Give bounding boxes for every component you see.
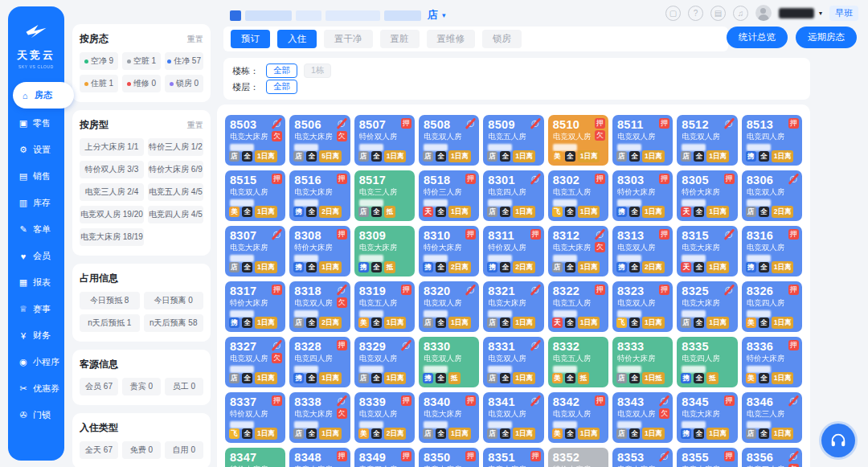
room-card[interactable]: 8342电竞双人房押美全1日离 — [548, 392, 608, 443]
room-card[interactable]: 8340电竞大床房押店全1日离 — [419, 392, 479, 443]
room-card[interactable]: 8339电竞双人房押美全2日离 — [354, 392, 415, 443]
filter-chip[interactable]: 贵宾 0 — [122, 378, 161, 395]
filter-chip[interactable]: n天后预离 58 — [144, 314, 204, 332]
reset-link[interactable]: 重置 — [187, 120, 203, 131]
room-card[interactable]: 8341电竞双人房✆店全1日离 — [483, 392, 543, 443]
room-card[interactable]: 8506电竞大床房✆欠店全5日离 — [289, 115, 350, 166]
room-card[interactable]: 8330电竞双人房携全抵 — [419, 337, 479, 387]
room-card[interactable]: 8345电竞大床房押携全1日离 — [677, 392, 737, 443]
sidebar-item-销售[interactable]: ▤销售 — [8, 163, 64, 190]
room-card[interactable]: 8343电竞双人房✆欠店全1日离 — [612, 392, 673, 443]
room-card[interactable]: 8503电竞大床房✆欠店全1日离 — [225, 115, 285, 166]
room-card[interactable]: 8507特价双人房押店全1日离 — [354, 115, 415, 166]
sidebar-item-会员[interactable]: ♥会员 — [8, 243, 64, 269]
sidebar-item-设置[interactable]: ⚙设置 — [8, 137, 64, 163]
filter-chip[interactable]: 免费 0 — [122, 441, 161, 459]
room-card[interactable]: 8311特价双人房押携全2日离 — [483, 226, 543, 277]
room-card[interactable]: 8317特价大床房押携全1日离 — [225, 281, 285, 332]
room-card[interactable]: 8355电竞大床房押店全1日离 — [677, 448, 737, 467]
room-card[interactable]: 8337特价双人房押飞全1日离 — [225, 392, 285, 443]
toolbar-button-远期房态[interactable]: 远期房态 — [796, 27, 857, 48]
filter-chip[interactable]: 今日预抵 8 — [80, 292, 140, 309]
room-card[interactable]: 8303特价大床房押携全1日离 — [612, 170, 673, 221]
room-card[interactable]: 8305特价大床房押天全1日离 — [677, 170, 737, 221]
filter-chip[interactable]: 上分大床房 1/1 — [80, 138, 144, 156]
room-card[interactable]: 8347特价大床房店全抵 — [225, 448, 285, 467]
room-card[interactable]: 8316电竞双人房押携全1日离 — [742, 226, 802, 277]
room-card[interactable]: 8306电竞双人房✆店全2日离 — [742, 170, 802, 221]
toolbar-button-统计总览[interactable]: 统计总览 — [727, 27, 788, 48]
room-card[interactable]: 8517电竞三人房店全抵 — [354, 170, 415, 221]
filter-chip[interactable]: 员工 0 — [165, 378, 203, 395]
room-card[interactable]: 8351电竞大床房押店全1日离 — [483, 448, 543, 467]
chevron-down-icon[interactable]: ▾ — [819, 10, 822, 17]
report-icon[interactable]: ▤ — [710, 6, 726, 21]
room-card[interactable]: 8338电竞大床房✆欠店全1日离 — [289, 392, 350, 443]
room-card[interactable]: 8516电竞大床房押携全2日离 — [289, 170, 350, 221]
filter-chip[interactable]: 电竞大床房 18/19 — [80, 228, 144, 246]
store-selector[interactable]: 店 ▾ — [230, 8, 446, 23]
filter-chip[interactable]: 维修 0 — [122, 75, 161, 92]
filter-chip[interactable]: 今日预离 0 — [144, 292, 204, 309]
toolbar-button-锁房[interactable]: 锁房 — [482, 30, 522, 48]
room-card[interactable]: 8331电竞双人房✆店全1日离 — [483, 337, 543, 387]
room-card[interactable]: 8510电竞双人房押欠美全1日离 — [548, 115, 608, 166]
filter-chip[interactable]: 特价大床房 6/9 — [148, 161, 203, 178]
filter-chip[interactable]: 特价双人房 3/3 — [80, 161, 144, 178]
room-card[interactable]: 8309电竞大床房携全抵 — [354, 226, 415, 277]
selector-option[interactable]: 1栋 — [304, 63, 331, 78]
room-card[interactable]: 8327电竞双人房✆欠店全1日离 — [225, 337, 285, 387]
room-card[interactable]: 8356电竞三人房✆欠店全1日离 — [742, 448, 802, 467]
sidebar-item-赛事[interactable]: ♕赛事 — [8, 296, 64, 322]
toolbar-button-入住[interactable]: 入住 — [277, 30, 317, 48]
toolbar-button-置维修[interactable]: 置维修 — [427, 30, 476, 48]
room-card[interactable]: 8323电竞双人房押飞全1日离 — [612, 281, 673, 332]
filter-chip[interactable]: 住净 57 — [165, 52, 203, 70]
filter-chip[interactable]: 自用 0 — [165, 441, 203, 459]
filter-chip[interactable]: 住脏 1 — [80, 75, 118, 92]
room-card[interactable]: 8325电竞大床房✆店全1日离 — [677, 281, 737, 332]
room-card[interactable]: 8352特价大床房 — [548, 448, 608, 467]
filter-chip[interactable]: 电竞双人房 19/20 — [80, 206, 144, 223]
filter-chip[interactable]: 特价三人房 1/2 — [148, 138, 203, 156]
room-card[interactable]: 8315电竞大床房✆天全1日离 — [677, 226, 737, 277]
miniprogram-icon[interactable]: ♫ — [733, 6, 748, 21]
selector-option[interactable]: 全部 — [266, 80, 297, 94]
filter-chip[interactable]: 锁房 0 — [165, 75, 203, 92]
room-card[interactable]: 8307电竞大床房✆店全1日离 — [225, 226, 285, 277]
sidebar-item-报表[interactable]: ▦报表 — [8, 269, 64, 296]
sidebar-item-房态[interactable]: ⌂房态 — [13, 82, 74, 109]
room-card[interactable]: 8515电竞双人房押美全1日离 — [225, 170, 285, 221]
screen-icon[interactable]: ▢ — [665, 6, 681, 21]
toolbar-button-置干净[interactable]: 置干净 — [324, 30, 373, 48]
room-card[interactable]: 8513电竞四人房押携全1日离 — [742, 115, 802, 166]
room-card[interactable]: 8318电竞双人房✆欠店全2日离 — [289, 281, 350, 332]
room-card[interactable]: 8349电竞双人房押店全1日离 — [354, 448, 415, 467]
sidebar-item-财务[interactable]: ¥财务 — [8, 322, 64, 349]
avatar[interactable] — [755, 5, 772, 21]
toolbar-button-置脏[interactable]: 置脏 — [380, 30, 420, 48]
room-card[interactable]: 8332电竞五人房美全抵 — [548, 337, 608, 387]
filter-chip[interactable]: 电竞三人房 2/4 — [80, 183, 144, 201]
filter-chip[interactable]: 空脏 1 — [122, 52, 161, 70]
room-card[interactable]: 8353电竞大床房✆店全1日离 — [612, 448, 673, 467]
selector-option[interactable]: 全部 — [266, 63, 297, 78]
room-card[interactable]: 8302电竞五人房押飞全1日离 — [548, 170, 608, 221]
room-card[interactable]: 8320电竞双人房✆店全1日离 — [419, 281, 479, 332]
room-card[interactable]: 8301电竞四人房✆店全1日离 — [483, 170, 543, 221]
sidebar-item-优惠券[interactable]: ✂优惠券 — [8, 375, 64, 402]
sidebar-item-客单[interactable]: ✎客单 — [8, 216, 64, 243]
toolbar-button-预订[interactable]: 预订 — [231, 30, 270, 48]
room-card[interactable]: 8335电竞四人房携全抵 — [677, 337, 737, 387]
sidebar-item-小程序[interactable]: ◉小程序 — [8, 349, 64, 375]
room-card[interactable]: 8350电竞大床房押店全1日离 — [419, 448, 479, 467]
room-card[interactable]: 8511电竞双人房押店全1日离 — [612, 115, 673, 166]
filter-chip[interactable]: 空净 9 — [80, 52, 118, 70]
room-card[interactable]: 8333特价大床房店全1日抵 — [612, 337, 673, 387]
sidebar-item-门锁[interactable]: ✇门锁 — [8, 402, 64, 428]
filter-chip[interactable]: 电竞五人房 4/5 — [148, 183, 203, 201]
reset-link[interactable]: 重置 — [187, 34, 203, 45]
room-card[interactable]: 8512电竞双人房✆店全1日离 — [677, 115, 737, 166]
room-card[interactable]: 8346电竞三人房✆店全1日离 — [742, 392, 802, 443]
room-card[interactable]: 8313电竞双人房押携全2日离 — [612, 226, 673, 277]
